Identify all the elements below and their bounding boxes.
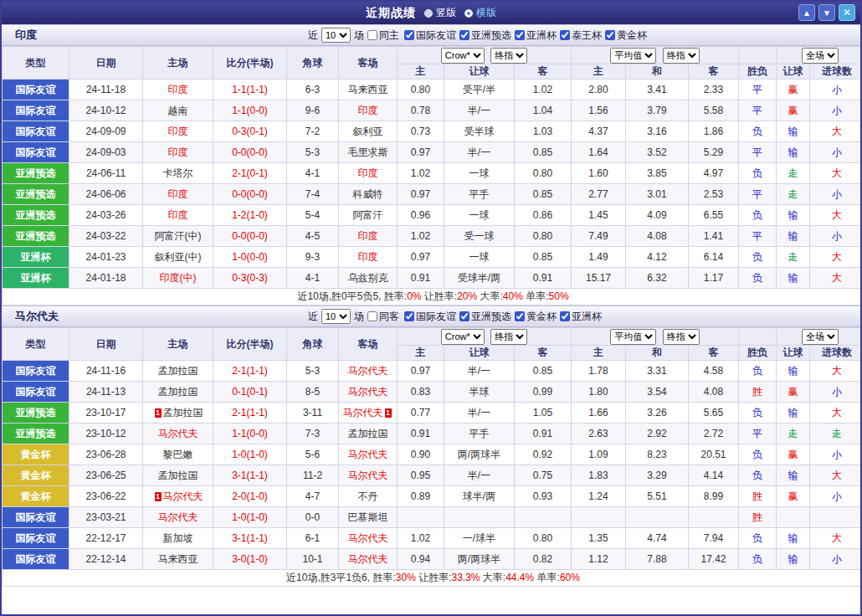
match-row: 国际友谊22-12-17新加坡3-1(1-1)6-1马尔代夫1.02一/球半0.… xyxy=(3,528,862,549)
league-filter-label: 亚洲预选 xyxy=(471,310,511,324)
asian-home-odds-cell: 1.02 xyxy=(398,226,444,247)
euro-away-odds-cell: 2.72 xyxy=(689,424,739,444)
league-filter[interactable]: 国际友谊 xyxy=(404,28,456,43)
summary-label: 近10场,胜3平1负6, 胜率: xyxy=(286,572,396,583)
date-cell: 23-06-25 xyxy=(69,465,143,486)
section-maldives: 马尔代夫 近 10 场 同客 国际友谊亚洲预选黄金杯亚洲杯 类型 日期 主场 xyxy=(2,305,860,587)
match-row: 国际友谊24-09-03印度0-0(0-0)5-3毛里求斯0.97半/一0.85… xyxy=(3,142,862,163)
scroll-down-button[interactable]: ▼ xyxy=(818,4,835,21)
euro-draw-odds-cell: 3.41 xyxy=(626,80,689,100)
match-count-select[interactable]: 10 xyxy=(321,309,351,324)
league-filter[interactable]: 亚洲预选 xyxy=(459,28,511,43)
results-table: 类型 日期 主场 比分(半场) 角球 客场 Crow* 终指 平均值 终指 xyxy=(2,46,862,305)
layout-horizontal-radio[interactable]: 横版 xyxy=(464,6,496,20)
asian-home-odds-cell: 0.96 xyxy=(398,205,444,226)
asian-time-select[interactable]: 终指 xyxy=(490,48,527,64)
league-filter[interactable]: 国际友谊 xyxy=(404,310,456,324)
league-type-badge: 国际友谊 xyxy=(3,382,69,403)
league-filter-checkbox[interactable] xyxy=(459,311,469,321)
same-venue-checkbox[interactable] xyxy=(367,311,377,321)
euro-home-odds-cell: 2.63 xyxy=(572,424,626,444)
asian-away-odds-cell: 0.85 xyxy=(515,142,572,163)
away-team-cell: 马尔代夫 xyxy=(339,361,398,382)
euro-away-odds-cell: 1.17 xyxy=(689,268,739,289)
league-filter-checkbox[interactable] xyxy=(459,30,469,40)
scope-select[interactable]: 全场 xyxy=(802,48,839,64)
result-cell: 负 xyxy=(739,403,777,424)
handicap-result-cell: 输 xyxy=(777,142,810,163)
asian-home-odds-cell: 0.78 xyxy=(398,100,444,121)
league-filter-checkbox[interactable] xyxy=(560,311,570,321)
close-button[interactable]: ✕ xyxy=(839,4,855,21)
euro-away-odds-cell: 5.65 xyxy=(689,403,739,424)
away-team-cell: 巴基斯坦 xyxy=(339,507,398,528)
home-team-cell: 阿富汗(中) xyxy=(143,226,213,247)
league-type-badge: 国际友谊 xyxy=(3,549,69,570)
euro-time-select[interactable]: 终指 xyxy=(663,329,700,345)
goals-result-cell: 大 xyxy=(810,163,862,184)
asian-time-select[interactable]: 终指 xyxy=(490,329,527,345)
filter-matches-label: 场 xyxy=(354,310,364,324)
league-filter-checkbox[interactable] xyxy=(515,311,525,321)
away-team-cell: 印度 xyxy=(339,226,398,247)
euro-away-odds-cell: 4.14 xyxy=(689,465,739,486)
result-cell: 负 xyxy=(739,528,777,549)
asian-away-odds-cell: 0.85 xyxy=(515,184,572,205)
league-filter[interactable]: 亚洲杯 xyxy=(560,310,602,324)
summary-label: 大率: xyxy=(480,572,506,583)
away-team-cell: 孟加拉国 xyxy=(339,424,398,444)
euro-source-select[interactable]: 平均值 xyxy=(610,329,656,345)
team-name: 不丹 xyxy=(358,490,378,502)
league-type-badge: 国际友谊 xyxy=(3,361,69,382)
focus-team-name: 马尔代夫 xyxy=(348,553,388,565)
league-type-badge: 国际友谊 xyxy=(3,80,69,100)
asian-home-odds-cell: 0.97 xyxy=(398,361,444,382)
asian-home-odds-cell: 0.97 xyxy=(398,142,444,163)
asian-home-odds-cell: 0.95 xyxy=(398,465,444,486)
summary-value: 50% xyxy=(549,290,569,302)
score-cell: 0-0(0-0) xyxy=(213,142,287,163)
asian-handicap-cell: 一球 xyxy=(444,163,515,184)
layout-vertical-radio[interactable]: 竖版 xyxy=(424,6,456,20)
away-team-cell: 印度 xyxy=(339,100,398,121)
scroll-up-button[interactable]: ▲ xyxy=(798,4,815,21)
league-filter[interactable]: 黄金杯 xyxy=(605,28,647,43)
same-venue-filter[interactable]: 同主 xyxy=(367,28,399,43)
result-cell: 负 xyxy=(739,465,777,486)
date-cell: 23-10-12 xyxy=(69,424,143,444)
match-row: 国际友谊24-11-18印度1-1(1-1)6-3马来西亚0.80受平/半1.0… xyxy=(3,80,862,100)
home-team-cell: 卡塔尔 xyxy=(143,163,213,184)
asian-source-select[interactable]: Crow* xyxy=(441,48,485,64)
euro-time-select[interactable]: 终指 xyxy=(663,48,700,64)
league-type-badge: 亚洲杯 xyxy=(3,268,69,289)
euro-away-odds-cell: 4.08 xyxy=(689,382,739,403)
col-euro-draw: 和 xyxy=(626,346,689,361)
match-count-select[interactable]: 10 xyxy=(321,28,351,43)
summary-value: 44.4% xyxy=(505,572,534,583)
league-filter-checkbox[interactable] xyxy=(404,311,414,321)
euro-draw-odds-cell: 3.26 xyxy=(626,403,689,424)
league-filter[interactable]: 亚洲杯 xyxy=(515,28,557,43)
focus-team-name: 印度 xyxy=(358,105,378,116)
handicap-result-cell: 输 xyxy=(777,121,810,142)
red-card-icon: 1 xyxy=(155,408,162,418)
same-venue-checkbox[interactable] xyxy=(367,30,377,40)
asian-away-odds-cell: 0.86 xyxy=(515,205,572,226)
asian-handicap-cell: 半/一 xyxy=(444,142,515,163)
league-filter[interactable]: 亚洲预选 xyxy=(459,310,511,324)
same-venue-filter[interactable]: 同客 xyxy=(367,310,399,324)
focus-team-name: 印度 xyxy=(168,188,188,200)
league-filter-checkbox[interactable] xyxy=(605,30,615,40)
page-title: 近期战绩 xyxy=(366,6,416,21)
match-row: 黄金杯23-06-28黎巴嫩1-0(1-0)5-6马尔代夫0.90两/两球半0.… xyxy=(3,444,862,465)
score-cell: 0-1(0-1) xyxy=(213,382,287,403)
scope-select[interactable]: 全场 xyxy=(802,329,839,345)
league-filter-checkbox[interactable] xyxy=(515,30,525,40)
asian-home-odds-cell: 0.77 xyxy=(398,403,444,424)
league-filter[interactable]: 黄金杯 xyxy=(515,310,557,324)
league-filter[interactable]: 泰王杯 xyxy=(560,28,602,43)
league-filter-checkbox[interactable] xyxy=(560,30,570,40)
euro-source-select[interactable]: 平均值 xyxy=(610,48,656,64)
asian-source-select[interactable]: Crow* xyxy=(441,329,485,345)
league-filter-checkbox[interactable] xyxy=(404,30,414,40)
